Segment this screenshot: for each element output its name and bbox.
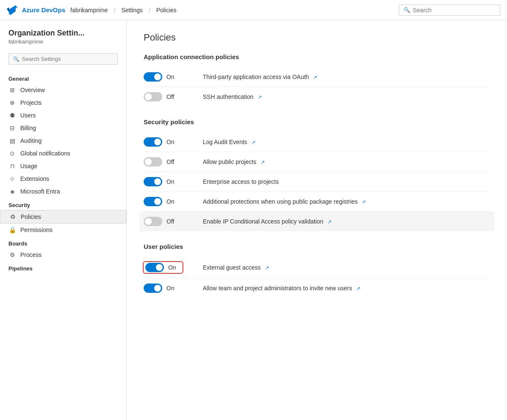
policy-row-enterprise-access: On Enterprise access to projects [144,172,490,192]
ip-conditional-slider [144,217,162,226]
topbar-current-page: Policies [156,7,177,14]
auditing-icon: ▤ [8,137,16,144]
notifications-icon: ⊙ [8,150,16,157]
sidebar-search[interactable]: 🔍 [8,53,118,65]
policies-icon: ♻ [9,213,16,220]
global-search[interactable]: 🔍 [399,5,500,16]
topbar-sep1: / [114,7,115,14]
search-input[interactable] [413,7,496,14]
public-packages-label: On [166,198,179,205]
enterprise-access-toggle[interactable] [144,177,162,186]
sidebar-item-extensions[interactable]: ⊹ Extensions [0,172,126,185]
policy-row-log-audit: On Log Audit Events ↗ [144,132,490,152]
public-packages-toggle-wrap: On [144,197,194,206]
policy-row-external-guest: On External guest access ↗ [144,257,490,278]
search-icon: 🔍 [403,7,410,13]
topbar-settings-link[interactable]: Settings [121,7,143,14]
ip-conditional-toggle[interactable] [144,217,162,226]
ip-conditional-text: Enable IP Conditional Access policy vali… [203,218,490,225]
sidebar-item-extensions-label: Extensions [20,175,49,182]
external-guest-slider [145,263,164,272]
sidebar-item-projects[interactable]: ⊕ Projects [0,96,126,109]
sidebar-item-auditing-label: Auditing [20,137,42,144]
sidebar-item-policies[interactable]: ♻ Policies [0,210,126,224]
external-guest-link[interactable]: ↗ [265,265,269,271]
main-content: Policies Application connection policies… [127,20,507,420]
sidebar: Organization Settin... fabrikamprime 🔍 G… [0,20,127,420]
enterprise-access-label: On [166,178,179,185]
sidebar-item-users-label: Users [20,112,36,119]
page-title: Policies [144,32,490,43]
sidebar-item-billing-label: Billing [20,125,36,131]
public-projects-slider [144,157,162,166]
invite-users-toggle-wrap: On [144,284,194,293]
enterprise-access-toggle-wrap: On [144,177,194,186]
sidebar-item-process[interactable]: ⚙ Process [0,248,126,261]
sidebar-item-global-notifications[interactable]: ⊙ Global notifications [0,147,126,160]
external-guest-toggle[interactable] [145,263,164,272]
sidebar-item-auditing[interactable]: ▤ Auditing [0,134,126,147]
sidebar-item-billing[interactable]: ⊟ Billing [0,122,126,134]
ssh-toggle-label: Off [166,93,179,100]
public-packages-toggle[interactable] [144,197,162,206]
layout: Organization Settin... fabrikamprime 🔍 G… [0,20,507,420]
ip-conditional-toggle-wrap: Off [144,217,194,226]
sidebar-item-usage[interactable]: ⊓ Usage [0,160,126,172]
log-audit-toggle[interactable] [144,137,162,147]
sidebar-search-icon: 🔍 [13,56,19,62]
ssh-toggle-slider [144,92,162,101]
topbar-org[interactable]: fabrikamprime [71,7,108,14]
app-connection-group: Application connection policies On Third… [144,53,490,106]
invite-users-label: On [166,285,179,292]
user-policies-title: User policies [144,243,490,250]
log-audit-link[interactable]: ↗ [251,139,256,145]
extensions-icon: ⊹ [8,175,16,182]
invite-users-toggle[interactable] [144,284,162,293]
invite-users-slider [144,284,162,293]
enterprise-access-text: Enterprise access to projects [203,178,490,185]
public-projects-text: Allow public projects ↗ [203,158,490,165]
sidebar-item-projects-label: Projects [20,99,42,106]
sidebar-item-overview-label: Overview [20,87,45,93]
public-packages-link[interactable]: ↗ [362,199,366,205]
sidebar-item-permissions-label: Permissions [20,226,52,233]
oauth-toggle-slider [144,72,162,82]
public-projects-link[interactable]: ↗ [261,159,265,165]
external-guest-label: On [168,264,181,271]
sidebar-search-input[interactable] [22,56,113,62]
ip-conditional-link[interactable]: ↗ [327,219,332,225]
policy-row-ip-conditional: Off Enable IP Conditional Access policy … [139,212,494,231]
users-icon: ⚉ [8,112,16,119]
oauth-policy-link[interactable]: ↗ [313,74,317,80]
ssh-toggle[interactable] [144,92,162,101]
security-group: Security policies On Log Audit Events ↗ [144,118,490,231]
topbar: Azure DevOps fabrikamprime / Settings / … [0,0,507,20]
oauth-toggle-label: On [166,74,179,80]
ssh-policy-text: SSH authentication ↗ [203,93,490,100]
policy-row-ssh: Off SSH authentication ↗ [144,87,490,106]
ssh-policy-link[interactable]: ↗ [258,94,262,100]
topbar-brand[interactable]: Azure DevOps [22,6,65,14]
ssh-toggle-wrap: Off [144,92,194,101]
sidebar-section-pipelines: Pipelines [0,261,126,273]
log-audit-slider [144,137,162,147]
sidebar-item-permissions[interactable]: 🔒 Permissions [0,224,126,236]
app-connection-title: Application connection policies [144,53,490,60]
sidebar-item-usage-label: Usage [20,163,37,169]
oauth-toggle[interactable] [144,72,162,82]
public-projects-toggle[interactable] [144,157,162,166]
sidebar-item-notifications-label: Global notifications [20,150,70,157]
invite-users-link[interactable]: ↗ [356,286,360,292]
sidebar-title: Organization Settin... [8,29,118,38]
process-icon: ⚙ [8,251,16,258]
billing-icon: ⊟ [8,125,16,131]
sidebar-item-users[interactable]: ⚉ Users [0,109,126,122]
sidebar-item-microsoft-entra[interactable]: ◈ Microsoft Entra [0,185,126,198]
projects-icon: ⊕ [8,99,16,106]
sidebar-item-overview[interactable]: ⊞ Overview [0,84,126,96]
external-guest-text: External guest access ↗ [203,264,490,271]
policy-row-public-projects: Off Allow public projects ↗ [144,152,490,172]
public-projects-toggle-wrap: Off [144,157,194,166]
entra-icon: ◈ [8,188,16,195]
sidebar-item-process-label: Process [20,251,42,258]
